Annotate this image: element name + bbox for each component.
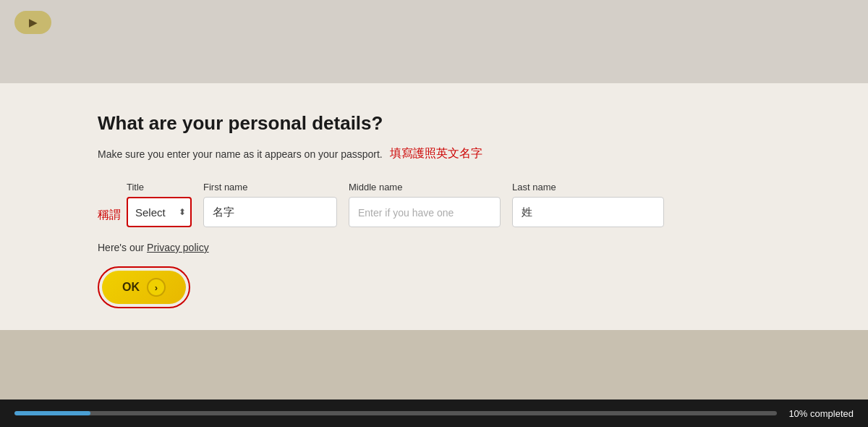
middle-name-input[interactable] [349,197,501,227]
ok-button[interactable]: OK › [102,271,186,304]
top-section: ▶ [0,0,868,83]
main-section: What are your personal details? Make sur… [0,83,868,330]
progress-bar-section: 10% completed [0,399,868,427]
page-title: What are your personal details? [98,112,770,135]
first-name-field-group: First name [203,182,337,227]
form-row: 稱謂 Title Select Mr Mrs Ms Dr ⬍ [98,182,770,227]
first-name-label: First name [203,182,337,193]
title-select[interactable]: Select Mr Mrs Ms Dr [127,197,192,227]
last-name-field-group: Last name [512,182,664,227]
progress-text: 10% completed [788,408,854,419]
middle-name-label: Middle name [349,182,501,193]
subtitle-row: Make sure you enter your name as it appe… [98,146,770,161]
bottom-section [0,330,868,402]
top-button[interactable]: ▶ [14,11,51,34]
privacy-policy-link[interactable]: Privacy policy [147,242,209,253]
fields-container: Title Select Mr Mrs Ms Dr ⬍ First name [127,182,664,227]
annotation-label: 稱謂 [98,208,121,223]
first-name-input[interactable] [203,197,337,227]
privacy-row: Here's our Privacy policy [98,242,770,253]
progress-fill [14,411,90,415]
title-label: Title [127,182,192,193]
ok-arrow-icon: › [147,278,166,297]
ok-button-label: OK [122,281,140,294]
privacy-prefix-text: Here's our [98,242,144,253]
last-name-label: Last name [512,182,664,193]
last-name-input[interactable] [512,197,664,227]
title-field-group: Title Select Mr Mrs Ms Dr ⬍ [127,182,192,227]
subtitle-text: Make sure you enter your name as it appe… [98,148,383,160]
subtitle-chinese: 填寫護照英文名字 [390,146,482,161]
ok-button-wrapper: OK › [98,266,190,308]
middle-name-field-group: Middle name [349,182,501,227]
progress-track [14,411,777,415]
title-select-wrapper: Select Mr Mrs Ms Dr ⬍ [127,197,192,227]
